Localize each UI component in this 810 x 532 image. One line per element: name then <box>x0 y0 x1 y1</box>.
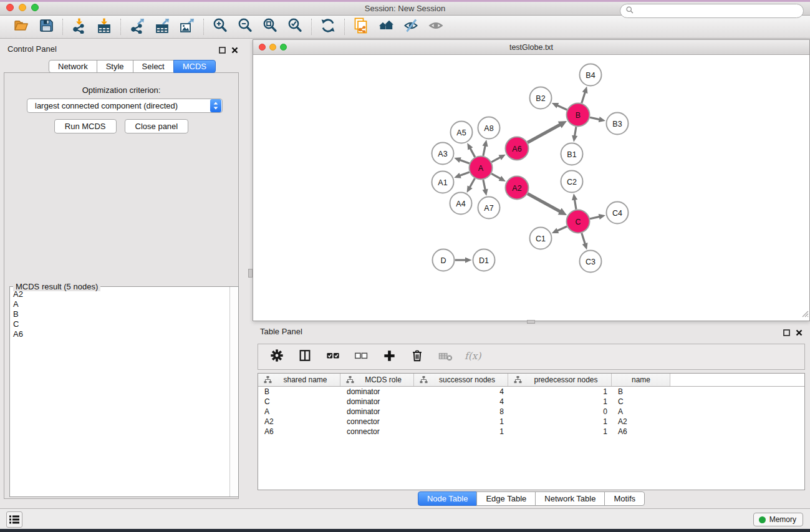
tab-edge-table[interactable]: Edge Table <box>476 491 536 506</box>
tab-network[interactable]: Network <box>49 60 97 73</box>
export-network-button[interactable] <box>127 17 147 36</box>
edge-B-B1[interactable] <box>574 127 576 137</box>
edge-A-A3[interactable] <box>459 160 470 163</box>
first-neighbors-button[interactable] <box>376 17 396 36</box>
edge-A-A8[interactable] <box>483 145 486 155</box>
deselect-all-columns-button[interactable] <box>352 348 370 365</box>
tab-node-table[interactable]: Node Table <box>418 491 478 506</box>
tab-mcds[interactable]: MCDS <box>173 60 216 73</box>
export-image-button[interactable] <box>177 17 197 36</box>
table-row[interactable]: Bdominator41B <box>258 387 804 397</box>
graph-node-A5[interactable]: A5 <box>451 122 473 143</box>
tab-motifs[interactable]: Motifs <box>604 491 645 506</box>
graph-node-B3[interactable]: B3 <box>607 113 629 135</box>
close-panel-icon[interactable] <box>231 45 238 56</box>
graph-node-A8[interactable]: A8 <box>478 117 500 139</box>
graph-node-D[interactable]: D <box>433 249 455 271</box>
show-graphics-button[interactable] <box>426 17 446 36</box>
table-options-button[interactable] <box>268 348 286 365</box>
graph-node-C[interactable]: C <box>567 210 590 233</box>
table-row[interactable]: A6connector11A6 <box>258 427 804 437</box>
float-panel-icon[interactable] <box>219 45 226 56</box>
close-panel-icon[interactable] <box>796 327 803 339</box>
graph-node-B1[interactable]: B1 <box>561 143 583 165</box>
edge-A-A1[interactable] <box>459 172 470 176</box>
column-header-successor-nodes[interactable]: successor nodes <box>414 374 508 386</box>
zoom-in-button[interactable] <box>210 17 230 36</box>
result-item[interactable]: A <box>11 299 229 309</box>
result-item[interactable]: B <box>11 309 229 319</box>
column-header-name[interactable]: name <box>612 374 670 386</box>
graph-node-B4[interactable]: B4 <box>580 64 602 86</box>
criterion-dropdown[interactable]: largest connected component (directed) <box>27 99 223 113</box>
column-header-MCDS-role[interactable]: MCDS role <box>340 374 414 386</box>
table-row[interactable]: Cdominator41C <box>258 397 804 407</box>
open-session-button[interactable] <box>11 17 31 36</box>
graph-node-C3[interactable]: C3 <box>580 251 602 273</box>
tab-style[interactable]: Style <box>97 60 133 73</box>
search-input[interactable] <box>637 6 803 17</box>
hide-graphics-button[interactable] <box>401 17 421 36</box>
new-network-from-file-button[interactable] <box>351 17 371 36</box>
graph-node-A[interactable]: A <box>470 157 493 180</box>
save-session-button[interactable] <box>36 17 56 36</box>
zoom-out-button[interactable] <box>235 17 255 36</box>
tab-select[interactable]: Select <box>133 60 174 73</box>
search-box[interactable] <box>620 4 804 18</box>
vertical-scroll-thumb[interactable] <box>248 269 253 278</box>
run-mcds-button[interactable]: Run MCDS <box>54 119 117 133</box>
delete-column-button[interactable] <box>408 348 426 365</box>
graph-node-A2[interactable]: A2 <box>506 177 529 200</box>
zoom-selected-button[interactable] <box>285 17 305 36</box>
float-panel-icon[interactable] <box>783 327 790 339</box>
result-item[interactable]: C <box>11 319 229 329</box>
table-row[interactable]: Adominator80A <box>258 407 804 417</box>
edge-B-B3[interactable] <box>590 117 600 120</box>
create-column-button[interactable] <box>380 348 398 365</box>
graph-node-A6[interactable]: A6 <box>506 137 529 160</box>
edge-A6-B[interactable] <box>528 124 561 142</box>
close-panel-button[interactable]: Close panel <box>125 119 189 133</box>
select-all-columns-button[interactable] <box>324 348 342 365</box>
graph-node-A4[interactable]: A4 <box>450 193 472 215</box>
graph-node-A7[interactable]: A7 <box>478 197 500 219</box>
edge-A-A4[interactable] <box>470 178 475 188</box>
edge-C-C2[interactable] <box>574 199 576 210</box>
zoom-fit-button[interactable] <box>260 17 280 36</box>
resize-grip-icon[interactable] <box>801 309 809 320</box>
graph-node-D1[interactable]: D1 <box>473 249 495 271</box>
graph-node-B[interactable]: B <box>567 104 590 127</box>
import-table-button[interactable] <box>94 17 114 36</box>
edge-A-A6[interactable] <box>491 157 501 162</box>
graph-node-C4[interactable]: C4 <box>607 202 629 224</box>
memory-button[interactable]: Memory <box>753 513 803 526</box>
column-header-shared-name[interactable]: shared name <box>258 374 340 386</box>
edge-A-A7[interactable] <box>483 180 486 190</box>
result-item[interactable]: A6 <box>11 329 229 339</box>
edge-C-C3[interactable] <box>582 233 586 245</box>
graph-node-A1[interactable]: A1 <box>432 172 454 193</box>
refresh-button[interactable] <box>318 17 338 36</box>
network-window-titlebar[interactable]: testGlobe.txt <box>253 40 809 55</box>
network-graph[interactable]: B4B2BB3A8A5A6A3B1AA1C2A2A4A7C4CC1C3DD1 <box>253 55 809 321</box>
edge-B-B2[interactable] <box>557 105 567 110</box>
edge-C-C4[interactable] <box>590 216 600 219</box>
graph-node-C2[interactable]: C2 <box>561 171 583 193</box>
show-column-panel-button[interactable] <box>296 348 314 365</box>
graph-node-C1[interactable]: C1 <box>530 228 552 249</box>
import-network-button[interactable] <box>69 17 89 36</box>
graph-node-B2[interactable]: B2 <box>530 87 552 109</box>
edge-A-A2[interactable] <box>491 173 501 179</box>
tab-network-table[interactable]: Network Table <box>535 491 605 506</box>
edge-C-C1[interactable] <box>557 226 567 231</box>
result-item[interactable]: A2 <box>11 289 229 299</box>
network-canvas[interactable]: B4B2BB3A8A5A6A3B1AA1C2A2A4A7C4CC1C3DD1 <box>253 55 809 321</box>
edge-B-B4[interactable] <box>582 92 586 104</box>
column-header-predecessor-nodes[interactable]: predecessor nodes <box>508 374 612 386</box>
edge-A2-C[interactable] <box>528 193 561 211</box>
edge-A-A5[interactable] <box>470 148 475 157</box>
export-table-button[interactable] <box>152 17 172 36</box>
table-row[interactable]: A2connector11A2 <box>258 417 804 427</box>
show-panels-button[interactable] <box>6 511 22 528</box>
graph-node-A3[interactable]: A3 <box>432 143 454 165</box>
